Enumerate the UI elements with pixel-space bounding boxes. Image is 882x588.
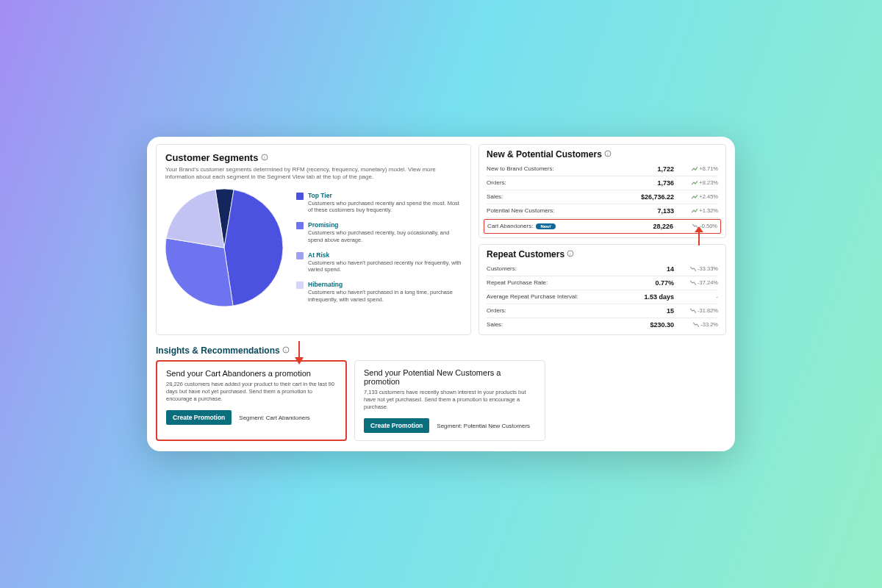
stat-row: Orders: 1,736 +8.23% [487, 176, 718, 190]
insight-card: Send your Potential New Customers a prom… [354, 360, 545, 441]
stat-delta-text: +1.32% [699, 207, 718, 214]
stat-delta-text: -0.50% [700, 223, 717, 229]
stat-row: Repeat Purchase Rate: 0.77% -37.24% [487, 276, 718, 290]
stat-value: 1,722 [657, 165, 684, 173]
repeat-customers-title: Repeat Customers [487, 249, 564, 259]
segments-description: Your Brand's customer segments determine… [165, 166, 462, 182]
legend-item-hibernating[interactable]: Hibernating Customers who haven't purcha… [296, 281, 462, 304]
stat-label-text: Customers: [487, 265, 517, 272]
stat-row: Sales: $230.30 -33.2% [487, 318, 718, 331]
stat-value: $26,736.22 [641, 193, 684, 201]
stat-delta-text: +2.45% [699, 193, 718, 200]
stat-delta: +8.23% [684, 179, 718, 186]
legend-desc: Customers who haven't purchased in a lon… [308, 289, 462, 304]
info-icon[interactable]: i [604, 150, 612, 157]
stat-label: New to Brand Customers: [487, 165, 554, 172]
stat-delta-text: -31.82% [698, 307, 718, 314]
stat-label: Sales: [487, 321, 503, 328]
stat-delta: -31.82% [684, 307, 718, 314]
pie-slice-promising[interactable] [224, 190, 283, 306]
legend-desc: Customers who purchased recently, buy oc… [308, 229, 462, 244]
stat-label-text: Orders: [487, 307, 506, 314]
segment-link[interactable]: Segment: Cart Abandoners [239, 415, 310, 421]
legend-swatch [296, 222, 304, 229]
pie-slice-at-risk[interactable] [165, 238, 233, 306]
stat-value: 28,226 [653, 223, 684, 230]
stat-value: 0.77% [655, 279, 684, 287]
insights-heading: Insights & Recommendations i [156, 345, 726, 356]
legend-name: Promising [308, 221, 462, 229]
legend-swatch [296, 193, 304, 200]
stat-row: Average Repeat Purchase Interval: 1.53 d… [487, 290, 718, 304]
new-customers-card: New & Potential Customers i New to Brand… [478, 144, 726, 238]
legend-name: At Risk [308, 251, 462, 259]
stat-label: Repeat Purchase Rate: [487, 279, 548, 286]
stat-delta-text: -33.33% [698, 265, 718, 272]
info-icon[interactable]: i [261, 154, 268, 161]
stat-label: Average Repeat Purchase Interval: [487, 293, 578, 300]
stat-label-text: Cart Abandoners: [487, 223, 533, 229]
stat-delta: +8.71% [684, 165, 718, 172]
stats-column: New & Potential Customers i New to Brand… [478, 144, 726, 335]
svg-text:i: i [264, 155, 265, 159]
info-icon[interactable]: i [567, 250, 574, 257]
insight-desc: 28,226 customers have added your product… [166, 381, 337, 403]
legend-item-promising[interactable]: Promising Customers who purchased recent… [296, 221, 462, 244]
insight-title: Send your Cart Abandoners a promotion [166, 369, 337, 378]
stat-label: Orders: [487, 179, 506, 186]
svg-text:i: i [607, 151, 608, 156]
insights-row: Send your Cart Abandoners a promotion 28… [156, 360, 726, 441]
segments-legend: Top Tier Customers who purchased recentl… [296, 192, 462, 304]
insights-title-text: Insights & Recommendations [156, 345, 280, 356]
stat-delta-text: +8.71% [699, 165, 718, 172]
stat-row: New to Brand Customers: 1,722 +8.71% [487, 162, 718, 176]
stat-label: Sales: [487, 193, 503, 200]
stat-row: Cart Abandoners: New! 28,226 -0.50% [484, 219, 721, 234]
stat-value: 1.53 days [644, 293, 684, 301]
legend-swatch [296, 282, 304, 289]
insight-title: Send your Potential New Customers a prom… [364, 368, 536, 386]
pie-slice-hibernating[interactable] [166, 189, 224, 247]
stat-delta-text: - [717, 293, 719, 300]
stat-delta-text: -33.2% [700, 321, 718, 328]
stat-label-text: Potential New Customers: [487, 207, 554, 214]
create-promotion-button[interactable]: Create Promotion [166, 410, 232, 425]
customer-segments-card: Customer Segments i Your Brand's custome… [156, 144, 471, 335]
stat-label-text: New to Brand Customers: [487, 165, 554, 172]
segment-link[interactable]: Segment: Potential New Customers [437, 423, 530, 429]
stat-value: $230.30 [650, 321, 684, 329]
stat-delta: +1.32% [684, 207, 718, 214]
stat-label-text: Average Repeat Purchase Interval: [487, 293, 578, 300]
legend-desc: Customers who haven't purchased recently… [308, 259, 462, 274]
legend-name: Hibernating [308, 281, 462, 288]
segments-pie-chart [165, 189, 283, 306]
stat-label: Customers: [487, 265, 517, 272]
svg-text:i: i [570, 251, 571, 256]
stat-label: Orders: [487, 307, 506, 314]
create-promotion-button[interactable]: Create Promotion [364, 418, 429, 433]
stat-delta: -0.50% [684, 223, 717, 229]
legend-desc: Customers who purchased recently and spe… [308, 200, 462, 215]
stat-label-text: Orders: [487, 179, 506, 186]
stat-delta-text: -37.24% [698, 279, 718, 286]
legend-item-top-tier[interactable]: Top Tier Customers who purchased recentl… [296, 192, 462, 215]
legend-item-at-risk[interactable]: At Risk Customers who haven't purchased … [296, 251, 462, 274]
stat-value: 15 [667, 307, 684, 315]
stat-row: Potential New Customers: 7,133 +1.32% [487, 204, 718, 218]
stat-value: 1,736 [657, 179, 684, 187]
legend-name: Top Tier [308, 192, 462, 199]
svg-text:i: i [285, 348, 286, 352]
stat-label: Cart Abandoners: New! [487, 223, 556, 229]
repeat-customers-card: Repeat Customers i Customers: 14 -33.33%… [478, 244, 726, 335]
stat-row: Orders: 15 -31.82% [487, 304, 718, 318]
stat-label-text: Sales: [487, 193, 503, 200]
stat-row: Customers: 14 -33.33% [487, 262, 718, 276]
info-icon[interactable]: i [282, 346, 290, 354]
stat-delta: -33.33% [684, 265, 718, 272]
segments-title: Customer Segments i [165, 152, 462, 163]
dashboard: Customer Segments i Your Brand's custome… [147, 137, 735, 451]
stat-delta: +2.45% [684, 193, 718, 200]
stat-delta-text: +8.23% [699, 179, 718, 186]
legend-swatch [296, 252, 304, 259]
insight-card: Send your Cart Abandoners a promotion 28… [156, 360, 347, 441]
